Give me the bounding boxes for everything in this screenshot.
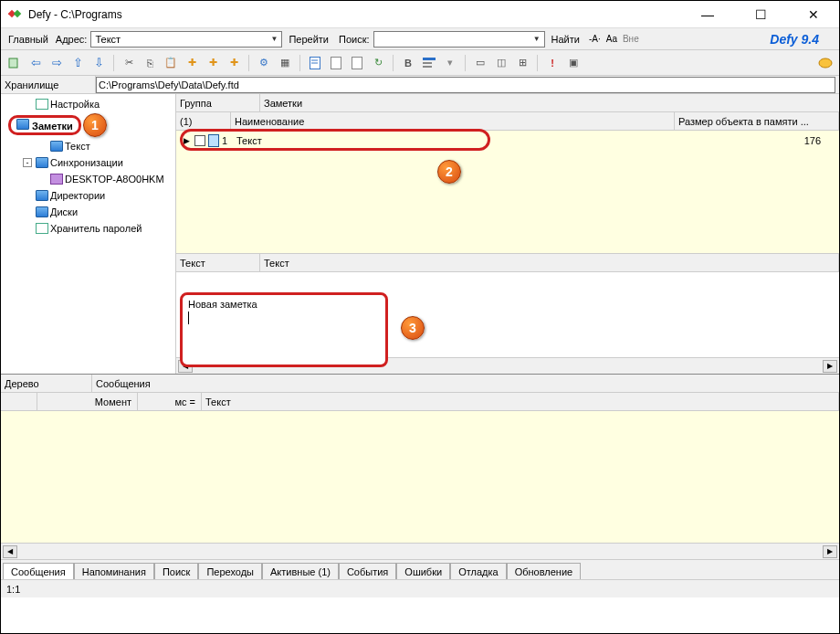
- messages-tab-label[interactable]: Сообщения: [92, 375, 839, 392]
- toolbar: ⇦ ⇨ ⇧ ⇩ ✂ ⎘ 📋 ✚ ✚ ✚ ⚙ ▦ ↻ B ▾ ▭ ◫ ⊞ ! ▣: [1, 50, 839, 76]
- note-text: Новая заметка: [188, 299, 257, 310]
- messages-body[interactable]: [1, 411, 839, 543]
- row-size: 176: [675, 135, 839, 146]
- minimize-button[interactable]: —: [689, 2, 726, 27]
- svg-rect-6: [331, 57, 341, 69]
- go-button[interactable]: Перейти: [282, 30, 335, 48]
- folder-icon: [16, 119, 29, 130]
- add-plus3-icon[interactable]: ✚: [226, 55, 242, 71]
- maximize-button[interactable]: ☐: [742, 2, 779, 27]
- bold-icon[interactable]: B: [400, 55, 416, 71]
- svg-rect-8: [423, 58, 436, 60]
- gear-icon[interactable]: ⚙: [256, 55, 272, 71]
- align-icon[interactable]: [421, 55, 437, 71]
- bottom-tab-6[interactable]: Ошибки: [396, 563, 450, 579]
- bottom-tab-5[interactable]: События: [339, 563, 396, 579]
- bottom-tab-7[interactable]: Отладка: [450, 563, 506, 579]
- bottom-tab-1[interactable]: Напоминания: [74, 563, 154, 579]
- folder-icon: [50, 141, 63, 152]
- folder-icon: [36, 206, 48, 217]
- svg-rect-2: [9, 58, 17, 68]
- calendar-icon[interactable]: ▦: [277, 55, 293, 71]
- grid-row[interactable]: ▶ 1 Текст 176: [176, 131, 839, 151]
- scroll-right2-icon[interactable]: ▶: [823, 545, 837, 558]
- row-checkbox[interactable]: [194, 135, 205, 146]
- help-icon[interactable]: [817, 55, 834, 71]
- down-arrow-icon[interactable]: ⇩: [90, 55, 107, 71]
- tree-expander-icon[interactable]: -: [23, 158, 32, 167]
- group-header: Группа Заметки: [176, 94, 839, 112]
- bottom-tab-8[interactable]: Обновление: [507, 563, 582, 579]
- row-current-icon: ▶: [184, 136, 190, 145]
- tree-item-0[interactable]: Настройка: [1, 96, 175, 112]
- tree-item-3[interactable]: -Синхронизации: [1, 154, 175, 171]
- doc3-icon[interactable]: [349, 55, 365, 71]
- msg-col-ms[interactable]: мс =: [138, 393, 202, 410]
- badge-2: 2: [437, 160, 461, 184]
- messages-scrollbar[interactable]: ◀ ▶: [1, 543, 839, 559]
- search-input[interactable]: ▼: [373, 31, 545, 48]
- scroll-right-icon[interactable]: ▶: [823, 360, 837, 373]
- tree-item-4[interactable]: DESKTOP-A8O0HKM: [1, 171, 175, 187]
- bottom-tab-0[interactable]: Сообщения: [3, 563, 74, 579]
- layout1-icon[interactable]: ▭: [472, 55, 488, 71]
- repository-path[interactable]: C:\Programs\Defy\Data\Defy.ftd: [96, 77, 835, 93]
- msg-col-blank[interactable]: [1, 393, 37, 410]
- tree-label: Синхронизации: [50, 157, 123, 168]
- titlebar: Defy - C:\Programs — ☐ ✕: [1, 1, 839, 28]
- doc1-icon[interactable]: [307, 55, 323, 71]
- bottom-tab-4[interactable]: Активные (1): [262, 563, 339, 579]
- warning-icon[interactable]: !: [544, 55, 561, 71]
- tree-item-2[interactable]: Текст: [1, 138, 175, 154]
- copy-icon[interactable]: ⎘: [142, 55, 158, 71]
- new-icon[interactable]: [6, 55, 23, 71]
- grid-col-number[interactable]: (1): [176, 112, 231, 130]
- msg-col-moment[interactable]: Момент: [37, 393, 138, 410]
- msg-col-text[interactable]: Текст: [202, 393, 839, 410]
- folder-icon: [36, 190, 48, 201]
- data-grid[interactable]: (1) Наименование Размер объекта в памяти…: [176, 112, 839, 253]
- forward-arrow-icon[interactable]: ⇨: [48, 55, 65, 71]
- doc2-icon[interactable]: [328, 55, 344, 71]
- font-aa-button[interactable]: Aa: [606, 34, 617, 44]
- address-input[interactable]: Текст▼: [90, 31, 282, 48]
- add-plus2-icon[interactable]: ✚: [205, 55, 221, 71]
- layout3-icon[interactable]: ⊞: [514, 55, 530, 71]
- tree-tab-label[interactable]: Дерево: [1, 375, 92, 392]
- main-label[interactable]: Главный: [5, 34, 52, 45]
- ext-label: Вне: [623, 34, 639, 44]
- folder-icon: [36, 157, 48, 168]
- note-editor[interactable]: Новая заметка 3: [176, 272, 839, 357]
- bottom-tab-2[interactable]: Поиск: [154, 563, 198, 579]
- row-name: Текст: [231, 135, 675, 146]
- decrease-font-button[interactable]: -A·: [589, 34, 601, 44]
- close-button[interactable]: ✕: [795, 2, 832, 27]
- tree-item-1[interactable]: Заметки 1: [1, 112, 175, 138]
- scroll-left2-icon[interactable]: ◀: [3, 545, 17, 558]
- tree-item-7[interactable]: Хранитель паролей: [1, 220, 175, 237]
- badge-3: 3: [401, 316, 425, 340]
- bottom-tab-3[interactable]: Переходы: [198, 563, 262, 579]
- up-arrow-icon[interactable]: ⇧: [69, 55, 86, 71]
- window-title: Defy - C:\Programs: [28, 8, 689, 21]
- add-plus-icon[interactable]: ✚: [184, 55, 200, 71]
- grid-col-name[interactable]: Наименование: [231, 112, 675, 130]
- layout2-icon[interactable]: ◫: [493, 55, 509, 71]
- grid-col-size[interactable]: Размер объекта в памяти ...: [675, 112, 839, 130]
- find-button[interactable]: Найти: [545, 30, 586, 48]
- paste-icon[interactable]: 📋: [163, 55, 179, 71]
- note-tab-2[interactable]: Текст: [260, 254, 839, 271]
- tree-item-5[interactable]: Директории: [1, 187, 175, 204]
- dropdown-icon[interactable]: ▾: [442, 55, 458, 71]
- play-icon[interactable]: ▣: [565, 55, 582, 71]
- doc-icon: [36, 223, 48, 234]
- refresh-icon[interactable]: ↻: [370, 55, 386, 71]
- cut-icon[interactable]: ✂: [121, 55, 137, 71]
- note-tab-1[interactable]: Текст: [176, 254, 260, 271]
- tree-pane[interactable]: Настройка Заметки 1Текст-СинхронизацииDE…: [1, 94, 176, 374]
- group-value: Заметки: [260, 94, 839, 111]
- tree-label: Директории: [50, 190, 105, 201]
- svg-rect-1: [14, 9, 21, 16]
- back-arrow-icon[interactable]: ⇦: [27, 55, 44, 71]
- tree-item-6[interactable]: Диски: [1, 204, 175, 220]
